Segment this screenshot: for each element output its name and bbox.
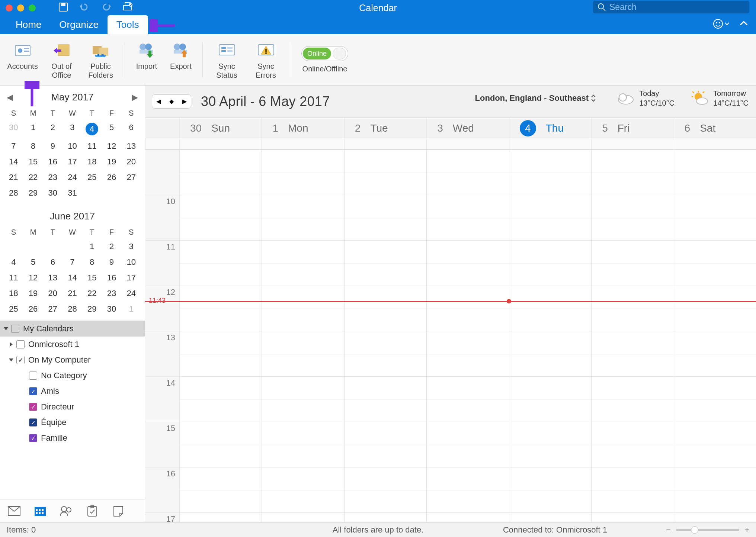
calendar-item[interactable]: Amis [0, 383, 145, 399]
date-cell[interactable] [23, 239, 43, 254]
date-cell[interactable]: 8 [82, 254, 102, 270]
date-cell[interactable]: 29 [82, 301, 102, 317]
date-cell[interactable]: 23 [102, 286, 122, 301]
time-slot[interactable] [179, 422, 262, 467]
time-slot[interactable] [179, 331, 262, 376]
sync-status-button[interactable]: Sync Status [207, 38, 246, 82]
date-cell[interactable]: 12 [23, 270, 43, 286]
tab-organize[interactable]: Organize [50, 15, 108, 34]
date-cell[interactable]: 30 [43, 185, 63, 201]
time-slot[interactable] [179, 467, 262, 512]
time-slot[interactable] [262, 467, 344, 512]
day-header[interactable]: 6Sat [674, 118, 756, 139]
time-slot[interactable] [509, 240, 591, 286]
time-slot[interactable] [344, 376, 426, 422]
date-cell[interactable]: 9 [43, 138, 63, 154]
date-cell[interactable]: 29 [23, 185, 43, 201]
date-cell[interactable]: 6 [121, 120, 141, 138]
my-calendars-header[interactable]: My Calendars [0, 321, 145, 337]
date-cell[interactable]: 17 [63, 154, 82, 170]
date-cell[interactable]: 17 [121, 270, 141, 286]
time-slot[interactable] [509, 467, 591, 512]
date-cell[interactable]: 12 [102, 138, 122, 154]
public-folders-button[interactable]: Public Folders [81, 38, 120, 82]
time-slot[interactable] [344, 331, 426, 376]
time-slot[interactable] [591, 195, 673, 240]
out-of-office-button[interactable]: Out of Office [42, 38, 81, 82]
date-cell[interactable]: 25 [82, 170, 102, 185]
time-slot[interactable] [674, 195, 756, 240]
time-slot[interactable] [179, 286, 262, 331]
mail-icon[interactable] [7, 505, 21, 517]
date-cell[interactable] [121, 185, 141, 201]
color-checkbox[interactable] [29, 387, 37, 395]
time-slot[interactable] [262, 240, 344, 286]
time-slot[interactable] [674, 376, 756, 422]
online-toggle[interactable]: Online [301, 46, 348, 61]
day-header[interactable]: 1Mon [262, 118, 344, 139]
time-slot[interactable] [344, 286, 426, 331]
time-slot[interactable] [674, 286, 756, 331]
date-cell[interactable]: 10 [121, 254, 141, 270]
date-cell[interactable]: 10 [63, 138, 82, 154]
time-slot[interactable] [591, 376, 673, 422]
close-window[interactable] [6, 4, 13, 12]
today-diamond-icon[interactable]: ◆ [169, 98, 174, 105]
day-header[interactable]: 3Wed [426, 118, 509, 139]
prev-week-icon[interactable]: ◀ [156, 98, 161, 105]
time-slot[interactable] [674, 422, 756, 467]
time-slot[interactable] [426, 467, 509, 512]
time-slot[interactable] [509, 195, 591, 240]
time-slot[interactable] [179, 376, 262, 422]
date-cell[interactable]: 2 [102, 239, 122, 254]
search-input[interactable] [609, 2, 719, 12]
date-cell[interactable]: 7 [4, 138, 23, 154]
time-slot[interactable] [591, 149, 673, 195]
date-cell[interactable]: 28 [63, 301, 82, 317]
time-slot[interactable] [674, 240, 756, 286]
accounts-button[interactable]: Accounts [3, 38, 42, 82]
time-slot[interactable] [509, 286, 591, 331]
time-slot[interactable] [179, 149, 262, 195]
date-cell[interactable]: 18 [82, 154, 102, 170]
time-slot[interactable] [179, 195, 262, 240]
date-cell[interactable]: 19 [102, 154, 122, 170]
time-slot[interactable] [509, 422, 591, 467]
date-cell[interactable] [63, 239, 82, 254]
day-header[interactable]: 5Fri [591, 118, 673, 139]
time-slot[interactable] [426, 286, 509, 331]
time-slot[interactable] [591, 467, 673, 512]
calendar-item[interactable]: Directeur [0, 399, 145, 415]
next-week-icon[interactable]: ▶ [182, 98, 187, 105]
day-header[interactable]: 30Sun [179, 118, 262, 139]
date-cell[interactable]: 21 [4, 170, 23, 185]
time-slot[interactable] [262, 376, 344, 422]
date-cell[interactable]: 8 [23, 138, 43, 154]
time-slot[interactable] [674, 512, 756, 522]
time-slot[interactable] [426, 512, 509, 522]
zoom-out-icon[interactable]: − [666, 525, 671, 535]
time-slot[interactable] [179, 240, 262, 286]
next-month-icon[interactable]: ▶ [132, 93, 138, 102]
date-cell[interactable]: 31 [63, 185, 82, 201]
print-icon[interactable] [122, 2, 133, 14]
calendar-item[interactable]: Famille [0, 430, 145, 446]
date-cell[interactable]: 5 [23, 254, 43, 270]
prev-month-icon[interactable]: ◀ [7, 93, 13, 102]
checkbox[interactable] [16, 356, 25, 364]
time-slot[interactable] [344, 149, 426, 195]
time-slot[interactable] [591, 240, 673, 286]
date-cell[interactable]: 27 [43, 301, 63, 317]
date-cell[interactable]: 11 [82, 138, 102, 154]
date-cell[interactable]: 6 [43, 254, 63, 270]
date-cell[interactable]: 5 [102, 120, 122, 138]
time-slot[interactable] [674, 467, 756, 512]
calendar-item[interactable]: Équipe [0, 415, 145, 430]
week-nav[interactable]: ◀ ◆ ▶ [152, 94, 191, 109]
time-slot[interactable] [426, 422, 509, 467]
time-slot[interactable] [344, 422, 426, 467]
time-slot[interactable] [262, 422, 344, 467]
time-slot[interactable] [509, 331, 591, 376]
date-cell[interactable]: 21 [63, 286, 82, 301]
color-checkbox[interactable] [29, 434, 37, 442]
